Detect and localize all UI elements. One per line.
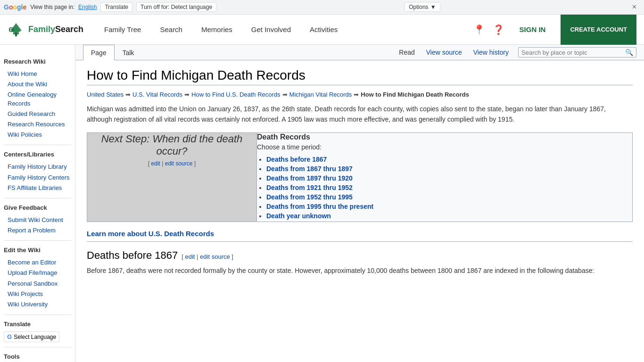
familysearch-logo-icon: FS xyxy=(8,21,25,38)
section1-edit-links: [ edit | edit source ] xyxy=(182,253,233,260)
breadcrumb-arrow-3: ➡ xyxy=(282,91,288,98)
death-link-1952-1995[interactable]: Deaths from 1952 thru 1995 xyxy=(266,193,353,201)
translate-language-link[interactable]: English xyxy=(78,4,97,10)
sign-in-button[interactable]: SIGN IN xyxy=(512,22,553,37)
translate-bar: Google View this page in: English Transl… xyxy=(0,0,644,15)
main-nav: Family Tree Search Memories Get Involved… xyxy=(95,15,473,45)
sidebar-item-submit-wiki[interactable]: Submit Wiki Content xyxy=(4,215,71,225)
sidebar-item-wiki-projects[interactable]: Wiki Projects xyxy=(4,289,71,299)
article-title: How to Find Michigan Death Records xyxy=(87,68,633,85)
sidebar-item-research-resources[interactable]: Research Resources xyxy=(4,119,71,130)
select-language-button[interactable]: G Select Language xyxy=(4,331,59,342)
info-box-edit-links: [ edit | edit source ] xyxy=(87,160,256,167)
info-table-left: Next Step: When did the death occur? [ e… xyxy=(87,132,257,222)
translate-button[interactable]: Translate xyxy=(100,2,132,12)
sidebar-section-edit: Edit the Wiki xyxy=(4,247,71,254)
list-item: Deaths from 1995 thru the present xyxy=(266,203,632,210)
sidebar-item-guided-research[interactable]: Guided Research xyxy=(4,109,71,119)
breadcrumb-arrow-1: ➡ xyxy=(125,91,131,98)
action-view-source[interactable]: View source xyxy=(421,45,468,60)
sidebar-section-translate: Translate xyxy=(4,321,71,328)
tab-page[interactable]: Page xyxy=(83,45,115,60)
tab-talk[interactable]: Talk xyxy=(115,45,142,60)
choose-period: Choose a time period: xyxy=(257,143,632,151)
info-table: Next Step: When did the death occur? [ e… xyxy=(87,132,633,222)
sidebar-item-fhc[interactable]: Family History Centers xyxy=(4,173,71,183)
main-content: Page Talk Read View source View history … xyxy=(75,45,644,362)
info-table-right: Death Records Choose a time period: Deat… xyxy=(257,132,633,222)
sidebar-item-wiki-university[interactable]: Wiki University xyxy=(4,299,71,310)
death-link-1921-1952[interactable]: Deaths from 1921 thru 1952 xyxy=(266,184,353,191)
sidebar-section-research-wiki: Research Wiki xyxy=(4,58,71,65)
nav-activities[interactable]: Activities xyxy=(300,15,347,45)
options-button[interactable]: Options ▼ xyxy=(405,2,440,12)
sidebar-section-feedback: Give Feedback xyxy=(4,204,71,211)
sidebar-item-personal-sandbox[interactable]: Personal Sandbox xyxy=(4,279,71,289)
google-logo: Google xyxy=(4,3,26,11)
breadcrumb-arrow-4: ➡ xyxy=(354,91,359,98)
sidebar-divider-5 xyxy=(4,347,71,347)
section1-edit-source-link[interactable]: edit source xyxy=(200,253,230,260)
section1-heading: Deaths before 1867 [ edit | edit source … xyxy=(87,249,633,262)
main-header: FS FamilySearch Family Tree Search Memor… xyxy=(0,15,644,45)
nav-get-involved[interactable]: Get Involved xyxy=(242,15,300,45)
article-body: How to Find Michigan Death Records Unite… xyxy=(75,60,644,283)
death-link-before-1867[interactable]: Deaths before 1867 xyxy=(266,156,327,163)
page-tab-actions: Read View source View history 🔍 xyxy=(393,45,636,60)
info-box-edit-source-link[interactable]: edit source xyxy=(165,160,193,167)
sidebar-item-upload-file[interactable]: Upload File/Image xyxy=(4,268,71,278)
search-icon[interactable]: 🔍 xyxy=(625,49,633,56)
location-icon[interactable]: 📍 xyxy=(473,24,485,35)
logo-link[interactable]: FS FamilySearch xyxy=(8,21,83,38)
death-link-1867-1897[interactable]: Deaths from 1867 thru 1897 xyxy=(266,165,353,173)
sidebar-item-wiki-policies[interactable]: Wiki Policies xyxy=(4,130,71,140)
list-item: Deaths from 1867 thru 1897 xyxy=(266,165,632,173)
death-link-1995-present[interactable]: Deaths from 1995 thru the present xyxy=(266,203,373,210)
translate-bar-view-text: View this page in: xyxy=(30,4,74,10)
sidebar-divider-1 xyxy=(4,145,71,145)
article-intro: Michigan was admitted into the Union on … xyxy=(87,104,633,125)
nav-memories[interactable]: Memories xyxy=(192,15,242,45)
page-layout: Research Wiki Wiki Home About the Wiki O… xyxy=(0,45,644,362)
wiki-search-bar: 🔍 xyxy=(518,47,636,58)
sidebar-item-online-genealogy[interactable]: Online Genealogy Records xyxy=(4,90,71,108)
page-tabs-bar: Page Talk Read View source View history … xyxy=(75,45,644,60)
list-item: Deaths from 1921 thru 1952 xyxy=(266,184,632,191)
breadcrumb-michigan-vital[interactable]: Michigan Vital Records xyxy=(289,91,352,98)
action-view-history[interactable]: View history xyxy=(468,45,514,60)
sidebar-item-report-problem[interactable]: Report a Problem xyxy=(4,225,71,236)
sidebar-item-fhl[interactable]: Family History Library xyxy=(4,162,71,172)
help-icon[interactable]: ❓ xyxy=(493,24,504,35)
section1-body: Before 1867, deaths were not recorded fo… xyxy=(87,265,633,276)
death-link-unknown[interactable]: Death year unknown xyxy=(266,212,331,220)
sidebar-divider-4 xyxy=(4,314,71,315)
breadcrumb-vital-records[interactable]: U.S. Vital Records xyxy=(132,91,182,98)
list-item: Deaths from 1952 thru 1995 xyxy=(266,193,632,201)
sidebar-item-about-wiki[interactable]: About the Wiki xyxy=(4,79,71,90)
sidebar-item-become-editor[interactable]: Become an Editor xyxy=(4,257,71,268)
list-item: Death year unknown xyxy=(266,212,632,220)
sidebar-item-fs-affiliate[interactable]: FS Affiliate Libraries xyxy=(4,183,71,193)
sidebar-item-wiki-home[interactable]: Wiki Home xyxy=(4,69,71,79)
wiki-search-input[interactable] xyxy=(521,49,625,56)
breadcrumb: United States ➡ U.S. Vital Records ➡ How… xyxy=(87,91,633,98)
nav-family-tree[interactable]: Family Tree xyxy=(95,15,150,45)
learn-more-link[interactable]: Learn more about U.S. Death Records xyxy=(87,230,633,238)
nav-search[interactable]: Search xyxy=(150,15,192,45)
death-link-1897-1920[interactable]: Deaths from 1897 thru 1920 xyxy=(266,174,353,182)
sidebar-section-tools: Tools xyxy=(4,353,71,360)
breadcrumb-current: How to Find Michigan Death Records xyxy=(361,91,469,98)
google-translate-section: G Select Language xyxy=(4,331,71,342)
breadcrumb-arrow-2: ➡ xyxy=(184,91,190,98)
list-item: Deaths before 1867 xyxy=(266,156,632,163)
close-translate-button[interactable]: × xyxy=(628,2,640,12)
breadcrumb-us-death[interactable]: How to Find U.S. Death Records xyxy=(191,91,281,98)
section1-edit-link[interactable]: edit xyxy=(185,253,195,260)
breadcrumb-us[interactable]: United States xyxy=(87,91,124,98)
info-box-edit-link[interactable]: edit xyxy=(151,160,160,167)
turn-off-button[interactable]: Turn off for: Detect language xyxy=(136,2,216,12)
sidebar-section-centers: Centers/Libraries xyxy=(4,151,71,158)
sidebar: Research Wiki Wiki Home About the Wiki O… xyxy=(0,45,75,362)
create-account-button[interactable]: CREATE ACCOUNT xyxy=(561,15,636,45)
logo-text: FamilySearch xyxy=(28,25,83,34)
